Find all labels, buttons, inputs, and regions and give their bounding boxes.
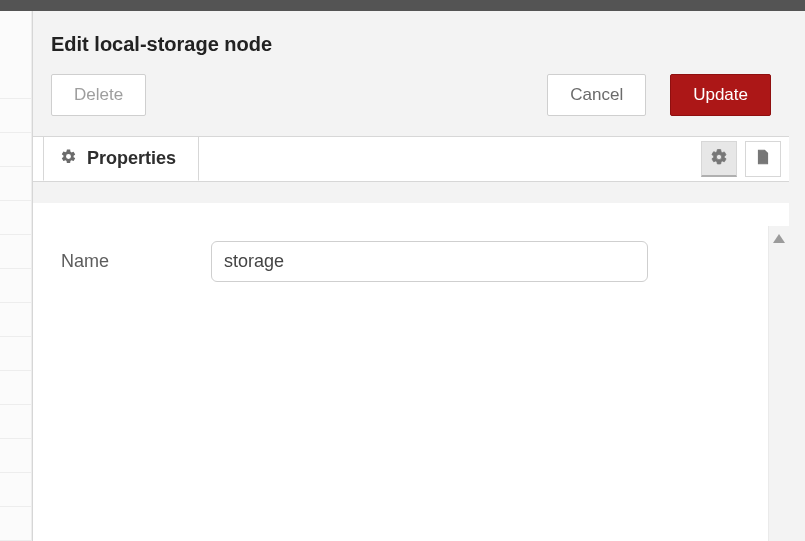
tab-properties-label: Properties: [87, 148, 176, 169]
tab-actions: [701, 137, 789, 181]
app-topbar: [0, 0, 805, 11]
form-row-name: Name: [61, 241, 761, 282]
update-button[interactable]: Update: [670, 74, 771, 116]
gear-icon: [710, 148, 728, 170]
info-icon-button[interactable]: [745, 141, 781, 177]
cancel-button[interactable]: Cancel: [547, 74, 646, 116]
document-icon: [754, 148, 772, 170]
delete-button[interactable]: Delete: [51, 74, 146, 116]
dialog-title: Edit local-storage node: [33, 11, 789, 56]
grid-background: [0, 11, 32, 541]
dialog-button-row: Delete Cancel Update: [33, 56, 789, 136]
tab-properties[interactable]: Properties: [43, 136, 199, 181]
properties-form: Name: [33, 203, 789, 541]
name-input[interactable]: [211, 241, 648, 282]
settings-icon-button[interactable]: [701, 141, 737, 177]
edit-panel: Edit local-storage node Delete Cancel Up…: [32, 11, 789, 541]
scrollbar[interactable]: [768, 226, 789, 541]
gear-icon: [60, 148, 77, 170]
name-label: Name: [61, 251, 191, 272]
tab-strip: Properties: [33, 136, 789, 182]
